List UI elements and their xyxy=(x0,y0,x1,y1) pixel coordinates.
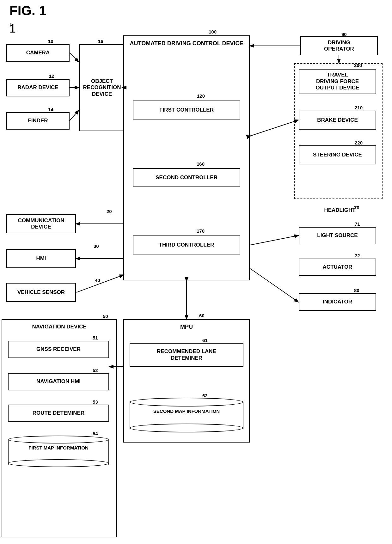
ref-16: 16 xyxy=(98,39,103,44)
camera-box: CAMERA xyxy=(6,44,70,62)
ref-210: 210 xyxy=(355,105,363,110)
navigation-hmi-box: NAVIGATION HMI xyxy=(8,373,109,390)
headlight-label: HEADLIGHT xyxy=(296,207,384,213)
ref-1: 1 xyxy=(9,21,12,27)
second-controller-box: SECOND CONTROLLER xyxy=(133,168,240,187)
ref-200: 200 xyxy=(354,63,362,68)
ref-120: 120 xyxy=(197,93,205,99)
ref-61: 61 xyxy=(202,338,208,343)
ref-160: 160 xyxy=(197,161,205,167)
object-recognition-box: OBJECT RECOGNITION DEVICE xyxy=(79,44,125,131)
ref-80: 80 xyxy=(354,288,359,293)
route-determiner-box: ROUTE DETEMINER xyxy=(8,405,109,422)
driving-operator-box: DRIVING OPERATOR xyxy=(300,36,378,55)
ref-53: 53 xyxy=(93,399,98,405)
ref-10: 10 xyxy=(48,39,53,44)
recommended-lane-box: RECOMMENDED LANE DETEMINER xyxy=(130,343,243,367)
radar-box: RADAR DEVICE xyxy=(6,79,70,96)
svg-line-0 xyxy=(70,53,78,62)
ref-30: 30 xyxy=(94,243,99,249)
svg-line-6 xyxy=(250,120,298,136)
finder-box: FINDER xyxy=(6,112,70,130)
svg-line-2 xyxy=(70,111,78,121)
svg-line-13 xyxy=(250,269,298,302)
ref-100: 100 xyxy=(209,29,217,34)
ref-40: 40 xyxy=(95,278,100,283)
brake-device-box: BRAKE DEVICE xyxy=(299,111,376,130)
actuator-box: ACTUATOR xyxy=(299,259,376,276)
ref-71: 71 xyxy=(355,221,360,227)
ref-52: 52 xyxy=(93,368,98,373)
page: FIG. 1 1 1 10 CAMERA 12 RADAR DEVICE 14 … xyxy=(0,0,392,544)
fig-title: FIG. 1 xyxy=(9,3,46,18)
ref-50: 50 xyxy=(103,314,108,319)
communication-device-box: COMMUNICATION DEVICE xyxy=(6,214,76,233)
ref-12: 12 xyxy=(49,73,54,79)
vehicle-sensor-box: VEHICLE SENSOR xyxy=(6,283,76,302)
first-controller-box: FIRST CONTROLLER xyxy=(133,101,240,119)
second-map-cylinder: SECOND MAP INFORMATION xyxy=(130,398,243,432)
svg-line-12 xyxy=(250,235,298,245)
ref-20: 20 xyxy=(107,209,112,214)
ref-170: 170 xyxy=(197,228,205,234)
ref-220: 220 xyxy=(355,140,363,145)
first-map-cylinder: FIRST MAP INFORMATION xyxy=(8,436,109,467)
steering-device-box: STEERING DEVICE xyxy=(299,145,376,164)
ref-60: 60 xyxy=(199,313,205,318)
hmi-box: HMI xyxy=(6,249,76,268)
ref-51: 51 xyxy=(93,335,98,340)
light-source-box: LIGHT SOURCE xyxy=(299,227,376,244)
travel-driving-box: TRAVEL DRIVING FORCE OUTPUT DEVICE xyxy=(299,69,376,94)
third-controller-box: THIRD CONTROLLER xyxy=(133,235,240,254)
ref-72: 72 xyxy=(355,253,360,258)
gnss-receiver-box: GNSS RECEIVER xyxy=(8,341,109,358)
ref-14: 14 xyxy=(48,107,53,112)
indicator-box: INDICATOR xyxy=(299,293,376,311)
